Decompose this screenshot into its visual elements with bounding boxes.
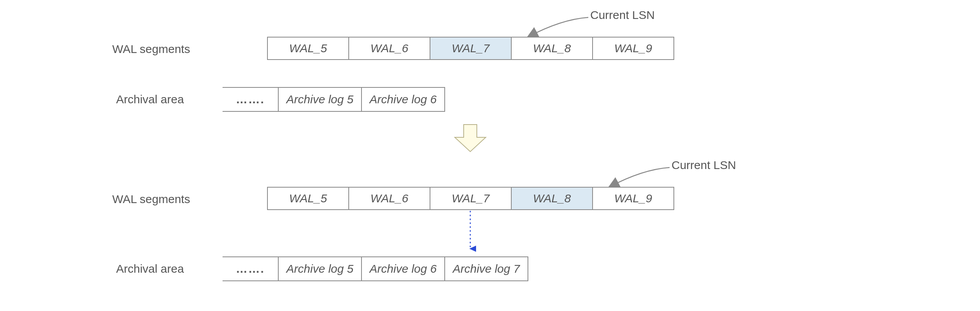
transition-arrow-down-icon: [453, 124, 488, 153]
archive-ellipsis: …….: [223, 88, 279, 111]
wal-segments-label-top: WAL segments: [112, 43, 190, 56]
wal-segment: WAL_6: [349, 187, 430, 210]
archive-log: Archive log 6: [362, 88, 445, 111]
archive-copy-arrow-icon: [464, 211, 476, 255]
wal-segments-label-bottom: WAL segments: [112, 193, 190, 206]
archive-row-top: ……. Archive log 5 Archive log 6: [223, 87, 445, 112]
wal-segment: WAL_7: [430, 187, 512, 210]
archive-row-bottom: ……. Archive log 5 Archive log 6 Archive …: [223, 256, 528, 281]
wal-segment: WAL_9: [593, 37, 674, 60]
archive-log: Archive log 5: [279, 257, 362, 280]
current-lsn-label-bottom: Current LSN: [672, 159, 736, 172]
current-lsn-label-top: Current LSN: [590, 9, 655, 22]
wal-segments-row-top: WAL_5 WAL_6 WAL_7 WAL_8 WAL_9: [267, 37, 674, 60]
archive-ellipsis: …….: [223, 257, 279, 280]
wal-segment: WAL_9: [593, 187, 674, 210]
archival-area-label-top: Archival area: [116, 93, 184, 106]
wal-segments-row-bottom: WAL_5 WAL_6 WAL_7 WAL_8 WAL_9: [267, 187, 674, 210]
wal-segment: WAL_5: [268, 37, 349, 60]
archive-log: Archive log 7: [445, 257, 528, 280]
archive-log: Archive log 5: [279, 88, 362, 111]
archival-area-label-bottom: Archival area: [116, 262, 184, 275]
wal-segment-current: WAL_8: [512, 187, 593, 210]
wal-segment: WAL_5: [268, 187, 349, 210]
wal-segment: WAL_6: [349, 37, 430, 60]
wal-segment: WAL_8: [512, 37, 593, 60]
wal-segment-current: WAL_7: [430, 37, 512, 60]
archive-log: Archive log 6: [362, 257, 445, 280]
